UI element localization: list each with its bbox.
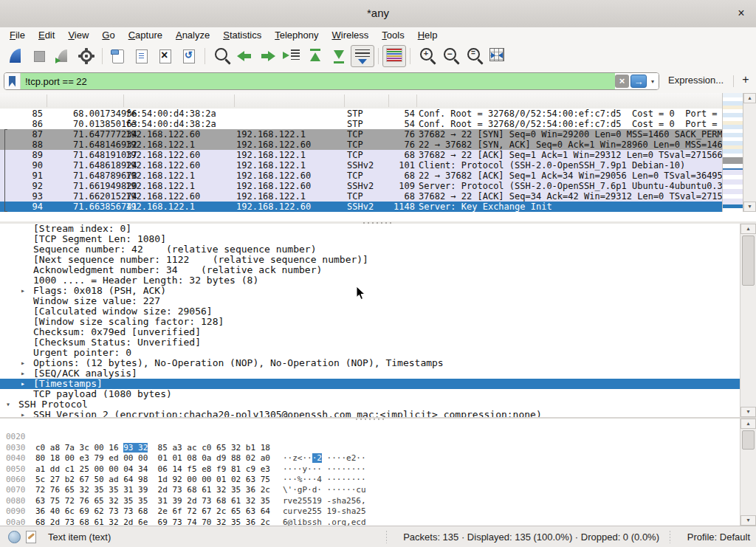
detail-line[interactable]: [Calculated window size: 29056] (0, 306, 740, 317)
menu-help[interactable]: Help (411, 29, 444, 41)
column-divider[interactable] (234, 94, 235, 107)
colorize-toggle[interactable] (382, 45, 406, 67)
stop-capture-button[interactable] (27, 45, 51, 67)
detail-line[interactable]: [Checksum Status: Unverified] (0, 337, 740, 348)
detail-line[interactable]: TCP payload (1080 bytes) (0, 389, 740, 399)
detail-line[interactable]: Checksum: 0x79ed [unverified] (0, 327, 740, 337)
detail-line[interactable]: ▾ SSH Protocol (0, 399, 740, 410)
packet-row[interactable]: 90 71.648618924 192.168.122.60 192.168.1… (0, 160, 722, 171)
detail-line[interactable]: ▸ [Timestamps] (0, 379, 740, 389)
add-filter-button[interactable]: + (738, 73, 753, 89)
expand-arrow-icon[interactable]: ▸ (21, 358, 25, 368)
details-scroll-thumb[interactable] (742, 235, 755, 286)
profile-text[interactable]: Profile: Default (687, 531, 750, 543)
menu-capture[interactable]: Capture (122, 29, 169, 41)
close-window-button[interactable]: × (734, 6, 749, 21)
details-vscrollbar[interactable]: ▴ ▾ (740, 224, 756, 417)
hex-row[interactable]: 0040 a1 dd c1 25 00 00 04 34 06 14 f5 e8… (0, 443, 740, 453)
toolbar-separator[interactable] (374, 45, 382, 67)
expand-arrow-icon[interactable]: ▸ (21, 286, 25, 296)
close-file-button[interactable] (154, 45, 177, 67)
column-divider[interactable] (416, 94, 417, 107)
menu-go[interactable]: Go (95, 29, 121, 41)
go-to-bottom-button[interactable] (327, 45, 351, 67)
detail-line[interactable]: ▸ Flags: 0x018 (PSH, ACK) (0, 286, 740, 296)
display-filter-input[interactable]: !tcp.port == 22 × → ▾ (4, 72, 659, 90)
hex-row[interactable]: 00b0 38 34 2c 65 63 64 68 2d 73 68 61 32… (0, 517, 740, 526)
start-capture-button[interactable] (4, 45, 27, 67)
go-to-packet-button[interactable] (280, 45, 303, 67)
menu-statistics[interactable]: Statistics (216, 29, 268, 41)
detail-line[interactable]: 1000 .... = Header Length: 32 bytes (8) (0, 275, 740, 286)
hex-row[interactable]: 0090 68 2d 73 68 61 32 2d 6e 69 73 74 70… (0, 496, 740, 506)
packet-row[interactable]: 94 71.663856741 192.168.122.1 192.168.12… (0, 202, 722, 212)
menu-telephony[interactable]: Telephony (268, 29, 325, 41)
toolbar-separator[interactable] (406, 45, 414, 67)
titlebar[interactable]: *any × (0, 0, 756, 28)
menu-edit[interactable]: Edit (32, 29, 61, 41)
packet-row[interactable]: 86 70.013850163 fe:54:00:d4:38:2a STP 54… (0, 119, 722, 129)
go-forward-button[interactable] (256, 45, 280, 67)
scroll-down-arrow[interactable]: ▾ (740, 407, 756, 417)
detail-line[interactable]: [Next sequence number: 1122 (relative se… (0, 255, 740, 265)
filter-bookmark-icon[interactable] (4, 73, 21, 89)
bytes-scroll-thumb[interactable] (742, 430, 755, 450)
capture-comment-icon[interactable] (26, 531, 36, 543)
detail-line[interactable]: ▸ [SEQ/ACK analysis] (0, 368, 740, 379)
menu-file[interactable]: File (3, 29, 32, 41)
restart-capture-button[interactable] (51, 45, 75, 67)
expression-button[interactable]: Expression... (668, 75, 724, 86)
filter-history-dropdown[interactable]: ▾ (647, 73, 659, 89)
scroll-up-arrow[interactable]: ▴ (740, 419, 756, 429)
detail-line[interactable]: [Window size scaling factor: 128] (0, 317, 740, 327)
hex-row[interactable]: 00a0 65 63 64 68 2d 73 68 61 32 2d 6e 69… (0, 506, 740, 517)
filter-text[interactable]: !tcp.port == 22 (21, 73, 615, 89)
hex-row[interactable]: 0080 36 40 6c 69 62 73 73 68 2e 6f 72 67… (0, 485, 740, 495)
menu-wireless[interactable]: Wireless (326, 29, 376, 41)
packet-row[interactable]: 88 71.648146932 192.168.122.1 192.168.12… (0, 140, 722, 150)
packet-list-minimap[interactable] (722, 93, 743, 212)
detail-line[interactable]: Window size value: 227 (0, 296, 740, 306)
column-divider[interactable] (388, 94, 389, 107)
toolbar-separator[interactable] (201, 45, 209, 67)
detail-line[interactable]: Sequence number: 42 (relative sequence n… (0, 244, 740, 255)
scroll-down-arrow[interactable]: ▾ (740, 515, 756, 526)
expert-info-icon[interactable] (8, 531, 21, 543)
detail-line[interactable]: [TCP Segment Len: 1080] (0, 234, 740, 244)
go-to-top-button[interactable] (303, 45, 327, 67)
menu-tools[interactable]: Tools (375, 29, 410, 41)
capture-options-button[interactable] (75, 45, 98, 67)
hex-row[interactable]: 0070 63 75 72 76 65 32 35 35 31 39 2d 73… (0, 475, 740, 485)
column-divider[interactable] (123, 94, 124, 107)
filter-clear-button[interactable]: × (615, 75, 629, 88)
reload-file-button[interactable] (177, 45, 201, 67)
expand-arrow-icon[interactable]: ▾ (6, 399, 10, 410)
scroll-up-arrow[interactable]: ▴ (740, 224, 756, 234)
detail-line[interactable]: Acknowledgment number: 34 (relative ack … (0, 265, 740, 275)
packet-row[interactable]: 92 71.661949820 192.168.122.1 192.168.12… (0, 181, 722, 191)
packet-list-header[interactable] (0, 93, 722, 109)
splitter-grip[interactable] (356, 419, 385, 420)
packet-list-vscrollbar[interactable]: ▴ ▾ (743, 93, 756, 212)
hex-row[interactable]: 0060 72 76 65 32 35 35 31 39 2d 73 68 61… (0, 464, 740, 475)
menu-view[interactable]: View (61, 29, 95, 41)
scroll-up-arrow[interactable]: ▴ (743, 93, 756, 103)
packet-row[interactable]: 87 71.647777234 192.168.122.60 192.168.1… (0, 129, 722, 140)
detail-line[interactable]: [Stream index: 0] (0, 224, 740, 234)
filter-apply-button[interactable]: → (630, 75, 647, 88)
auto-scroll-toggle[interactable] (351, 45, 374, 67)
packet-row[interactable]: 93 71.662015274 192.168.122.60 192.168.1… (0, 191, 722, 202)
column-divider[interactable] (47, 94, 47, 107)
find-packet-button[interactable] (209, 45, 233, 67)
packet-row[interactable]: 91 71.648789678 192.168.122.1 192.168.12… (0, 171, 722, 181)
zoom-100-button[interactable] (461, 45, 485, 67)
toolbar-separator[interactable] (98, 45, 106, 67)
hex-row[interactable]: 0020 c0 a8 7a 3c 00 16 93 32 85 a3 ac c0… (0, 422, 740, 432)
expand-arrow-icon[interactable]: ▸ (21, 410, 25, 417)
detail-line[interactable]: ▸ Options: (12 bytes), No-Operation (NOP… (0, 358, 740, 368)
go-back-button[interactable] (233, 45, 256, 67)
zoom-in-button[interactable] (414, 45, 438, 67)
bytes-vscrollbar[interactable]: ▴ ▾ (740, 419, 756, 526)
detail-line[interactable]: Urgent pointer: 0 (0, 348, 740, 358)
packet-row[interactable]: 85 68.001734936 fe:54:00:d4:38:2a STP 54… (0, 109, 722, 119)
